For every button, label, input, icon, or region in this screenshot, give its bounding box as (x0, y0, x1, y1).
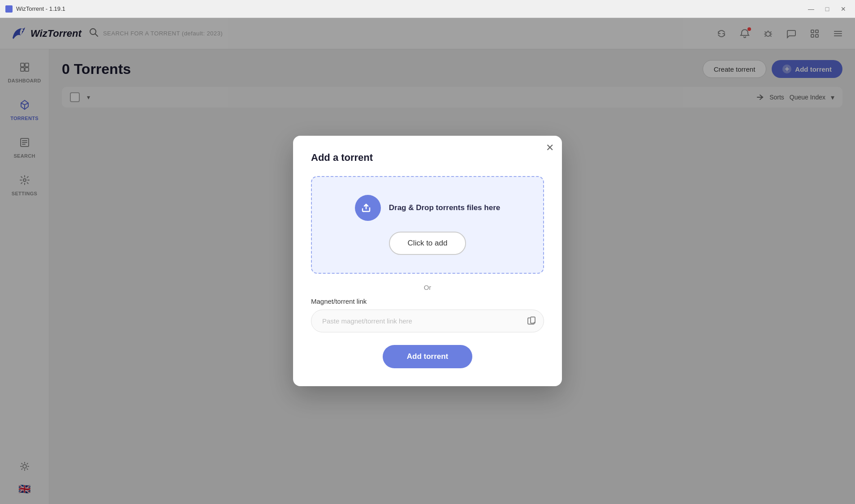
modal-add-torrent-button[interactable]: Add torrent (383, 345, 472, 368)
app: WizTorrent SEARCH FOR A TORRENT (default… (0, 18, 855, 504)
title-bar-left: WizTorrent - 1.19.1 (5, 5, 65, 13)
maximize-button[interactable]: □ (821, 3, 833, 15)
or-divider: Or (311, 284, 544, 291)
minimize-button[interactable]: — (805, 3, 817, 15)
close-button[interactable]: ✕ (837, 3, 850, 15)
magnet-label: Magnet/torrent link (311, 297, 544, 305)
drop-zone-top: Drag & Drop torrents files here (355, 195, 500, 221)
add-torrent-modal: ✕ Add a torrent Drag & Drop torrents fil… (293, 136, 562, 386)
modal-close-button[interactable]: ✕ (546, 143, 554, 153)
upload-icon (362, 202, 374, 214)
paste-icon-button[interactable] (527, 315, 537, 327)
drop-zone-text: Drag & Drop torrents files here (389, 203, 500, 212)
window-title: WizTorrent - 1.19.1 (16, 5, 65, 12)
modal-overlay[interactable]: ✕ Add a torrent Drag & Drop torrents fil… (0, 18, 855, 504)
magnet-input-wrap (311, 310, 544, 332)
app-icon (5, 5, 13, 13)
modal-title: Add a torrent (311, 152, 544, 164)
title-bar: WizTorrent - 1.19.1 — □ ✕ (0, 0, 855, 18)
drop-zone[interactable]: Drag & Drop torrents files here Click to… (311, 176, 544, 274)
upload-icon-circle (355, 195, 381, 221)
title-bar-controls: — □ ✕ (805, 3, 850, 15)
magnet-input[interactable] (311, 310, 544, 332)
click-to-add-button[interactable]: Click to add (389, 232, 466, 255)
